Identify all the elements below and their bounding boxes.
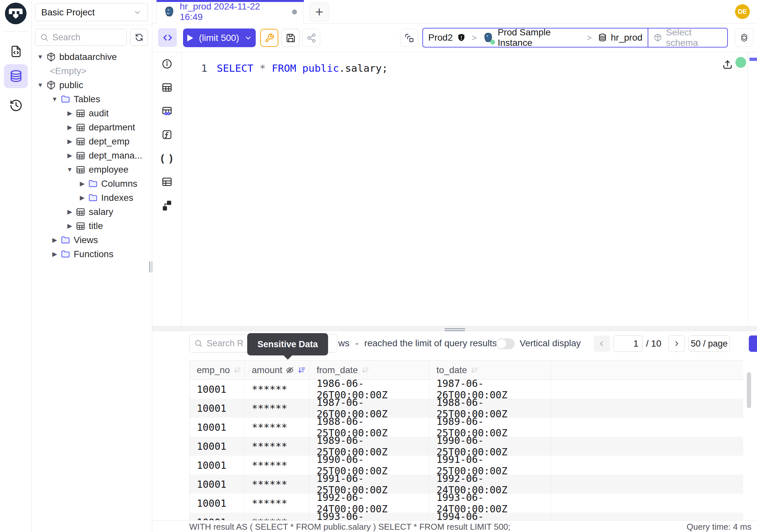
table-row[interactable]: 10001 ****** 1987-06-26T00:00:00Z 1988-0…: [190, 399, 743, 418]
batch-query-button[interactable]: [400, 29, 418, 47]
column-header-amount[interactable]: amount: [245, 361, 309, 379]
editor-code-line[interactable]: SELECT * FROM public.salary;: [217, 62, 388, 74]
page-size-select[interactable]: 50 / page: [688, 335, 730, 352]
table-row[interactable]: 10001 ****** 1990-06-25T00:00:00Z 1991-0…: [190, 456, 743, 475]
database-icon[interactable]: [4, 64, 28, 88]
run-query-button[interactable]: (limit 500): [183, 28, 256, 47]
save-button[interactable]: [282, 29, 300, 47]
cell-emp-no[interactable]: 10001: [190, 513, 245, 520]
table-row[interactable]: 10001 ****** 1992-06-24T00:00:00Z 1993-0…: [190, 494, 743, 513]
results-scrollbar[interactable]: [747, 372, 751, 408]
caret-down-icon[interactable]: ▼: [36, 81, 44, 89]
cell-to-date[interactable]: 1992-06-24T00:00:00Z: [429, 475, 551, 494]
vertical-display-toggle[interactable]: [496, 338, 515, 349]
caret-right-icon[interactable]: ▶: [66, 110, 74, 117]
history-icon[interactable]: [4, 93, 28, 117]
cell-to-date[interactable]: 1987-06-26T00:00:00Z: [429, 380, 551, 399]
cell-to-date[interactable]: 1993-06-24T00:00:00Z: [429, 494, 551, 513]
caret-right-icon[interactable]: ▶: [66, 138, 74, 145]
cell-from-date[interactable]: 1987-06-26T00:00:00Z: [309, 399, 429, 418]
sql-editor[interactable]: ( ) 1 SELECT * FROM public.salary;: [152, 52, 757, 326]
tree-node-audit[interactable]: ▶ audit: [32, 106, 152, 120]
masked-tables-icon[interactable]: [162, 106, 172, 117]
export-button-cut[interactable]: [749, 335, 757, 352]
tables-panel-icon[interactable]: [162, 82, 172, 93]
tab-hr-prod[interactable]: hr_prod 2024-11-22 16:49: [157, 0, 304, 24]
chevron-down-icon[interactable]: [244, 34, 252, 42]
format-sql-button[interactable]: [260, 29, 278, 47]
sort-icon[interactable]: [470, 366, 479, 374]
sort-desc-icon[interactable]: [297, 366, 306, 374]
table-row[interactable]: 10001 ****** 1988-06-25T00:00:00Z 1989-0…: [190, 418, 743, 437]
cell-from-date[interactable]: 1993-06-24T00:00:00Z: [309, 513, 429, 520]
panel-resize-handle[interactable]: [152, 326, 757, 331]
tree-node-indexes[interactable]: ▶ Indexes: [32, 191, 152, 205]
tree-node-columns[interactable]: ▶ Columns: [32, 176, 152, 191]
share-button[interactable]: [302, 29, 320, 47]
procedures-panel-icon[interactable]: ( ): [161, 153, 174, 164]
caret-right-icon[interactable]: ▶: [51, 236, 59, 244]
cell-amount-masked[interactable]: ******: [245, 399, 309, 418]
cell-emp-no[interactable]: 10001: [190, 456, 245, 475]
upload-icon[interactable]: [722, 59, 733, 70]
sort-icon[interactable]: [233, 366, 242, 374]
cell-from-date[interactable]: 1990-06-25T00:00:00Z: [309, 456, 429, 475]
cell-amount-masked[interactable]: ******: [245, 456, 309, 475]
add-tab-button[interactable]: +: [309, 3, 329, 22]
caret-right-icon[interactable]: ▶: [66, 123, 74, 131]
select-schema-button[interactable]: Select schema: [648, 28, 727, 47]
table-row[interactable]: 10001 ****** 1991-06-25T00:00:00Z 1992-0…: [190, 475, 743, 494]
caret-down-icon[interactable]: ▼: [36, 53, 44, 61]
cell-to-date[interactable]: 1990-06-25T00:00:00Z: [429, 437, 551, 456]
caret-right-icon[interactable]: ▶: [66, 152, 74, 159]
info-icon[interactable]: [162, 58, 172, 70]
cell-from-date[interactable]: 1988-06-25T00:00:00Z: [309, 418, 429, 437]
column-header-emp-no[interactable]: emp_no: [190, 361, 245, 379]
user-avatar[interactable]: DE: [735, 4, 750, 19]
worksheet-icon[interactable]: [4, 39, 28, 63]
cell-to-date[interactable]: 1994-06-24T00:00:00Z: [429, 513, 551, 520]
project-selector[interactable]: Basic Project: [35, 3, 148, 21]
column-header-from-date[interactable]: from_date: [309, 361, 429, 379]
tree-node-department[interactable]: ▶ department: [32, 120, 152, 134]
connection-breadcrumb[interactable]: Prod2 > Prod Sample Instance > hr_prod: [422, 28, 728, 47]
column-header-to-date[interactable]: to_date: [429, 361, 551, 379]
caret-right-icon[interactable]: ▶: [66, 208, 74, 216]
caret-right-icon[interactable]: ▶: [78, 194, 86, 202]
bytebase-logo-icon[interactable]: [5, 3, 26, 24]
cell-to-date[interactable]: 1989-06-25T00:00:00Z: [429, 418, 551, 437]
ai-assistant-button[interactable]: [735, 28, 753, 47]
caret-down-icon[interactable]: ▼: [51, 96, 59, 103]
tree-node-employee[interactable]: ▼ employee: [32, 163, 152, 176]
cell-from-date[interactable]: 1991-06-25T00:00:00Z: [309, 475, 429, 494]
cell-emp-no[interactable]: 10001: [190, 475, 245, 494]
schema-diagram-icon[interactable]: [162, 200, 172, 211]
tree-node-functions[interactable]: ▶ Functions: [32, 247, 152, 261]
sidebar-search-input[interactable]: Search: [35, 29, 127, 46]
cell-emp-no[interactable]: 10001: [190, 380, 245, 399]
breadcrumb-database[interactable]: hr_prod: [592, 28, 648, 47]
table-row[interactable]: 10001 ****** 1989-06-25T00:00:00Z 1990-0…: [190, 437, 743, 456]
cell-to-date[interactable]: 1988-06-25T00:00:00Z: [429, 399, 551, 418]
cell-amount-masked[interactable]: ******: [245, 494, 309, 513]
tree-node-tables[interactable]: ▼ Tables: [32, 92, 152, 106]
breadcrumb-instance[interactable]: Prod Sample Instance: [477, 28, 586, 47]
cell-amount-masked[interactable]: ******: [245, 380, 309, 399]
cell-amount-masked[interactable]: ******: [245, 437, 309, 456]
caret-down-icon[interactable]: ▼: [66, 166, 74, 173]
cell-emp-no[interactable]: 10001: [190, 494, 245, 513]
cell-from-date[interactable]: 1986-06-26T00:00:00Z: [309, 380, 429, 399]
breadcrumb-environment[interactable]: Prod2: [423, 28, 471, 47]
cell-emp-no[interactable]: 10001: [190, 437, 245, 456]
refresh-button[interactable]: [130, 29, 148, 46]
code-panel-toggle[interactable]: [158, 28, 177, 47]
cell-from-date[interactable]: 1989-06-25T00:00:00Z: [309, 437, 429, 456]
tree-node-salary[interactable]: ▶ salary: [32, 205, 152, 219]
tree-node-views[interactable]: ▶ Views: [32, 233, 152, 247]
table-row[interactable]: 10001 ****** 1986-06-26T00:00:00Z 1987-0…: [190, 380, 743, 399]
caret-right-icon[interactable]: ▶: [66, 222, 74, 230]
tree-node-public[interactable]: ▼ public: [32, 78, 152, 92]
cell-amount-masked[interactable]: ******: [245, 513, 309, 520]
cell-from-date[interactable]: 1992-06-24T00:00:00Z: [309, 494, 429, 513]
tree-node-bbdataarchive[interactable]: ▼ bbdataarchive: [32, 50, 152, 64]
